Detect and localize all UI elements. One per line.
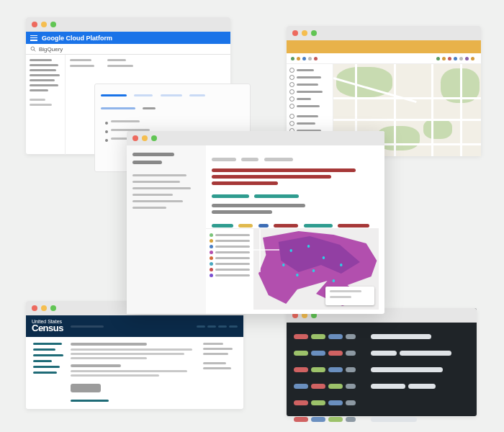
- text-line: [203, 353, 228, 355]
- pill[interactable]: [101, 107, 135, 109]
- tool-dot[interactable]: [436, 57, 440, 60]
- legend-item[interactable]: [210, 239, 250, 243]
- tool-dot[interactable]: [442, 57, 446, 60]
- census-logo[interactable]: United States Census: [32, 320, 63, 333]
- tag[interactable]: [274, 224, 298, 228]
- gcp-title: Google Cloud Platform: [42, 35, 112, 42]
- sidebar-item[interactable]: [30, 89, 48, 91]
- tag[interactable]: [338, 224, 369, 228]
- menu-icon[interactable]: [30, 35, 37, 41]
- link-line[interactable]: [33, 366, 60, 368]
- census-nav: [194, 325, 238, 328]
- legend-item[interactable]: [210, 245, 250, 248]
- close-icon[interactable]: [132, 135, 138, 141]
- close-icon[interactable]: [32, 305, 37, 311]
- tag[interactable]: [238, 224, 253, 228]
- link-line[interactable]: [33, 360, 52, 362]
- text-line: [107, 65, 133, 67]
- tool-dot[interactable]: [314, 57, 318, 60]
- nav-item[interactable]: [218, 325, 227, 328]
- pill-active[interactable]: [101, 94, 127, 96]
- tool-dot[interactable]: [454, 57, 457, 60]
- sidebar-item[interactable]: [30, 59, 52, 61]
- legend-item[interactable]: [210, 256, 250, 260]
- legend-item[interactable]: [210, 233, 250, 237]
- button[interactable]: [71, 384, 101, 392]
- meta-line: [212, 158, 236, 161]
- census-search[interactable]: [71, 325, 104, 328]
- svg-point-4: [323, 256, 325, 259]
- link-line[interactable]: [33, 372, 57, 374]
- nav-item[interactable]: [197, 325, 205, 328]
- svg-point-0: [31, 47, 35, 50]
- terminal-body[interactable]: [287, 323, 477, 432]
- tool-dot[interactable]: [471, 57, 474, 60]
- sidebar-item[interactable]: [30, 79, 55, 81]
- census-logo-big: Census: [32, 324, 63, 333]
- link-line[interactable]: [33, 348, 55, 351]
- tool-dot[interactable]: [459, 57, 463, 60]
- notebook-window: [127, 131, 384, 314]
- code-block[interactable]: [212, 168, 379, 214]
- tool-dot[interactable]: [297, 57, 300, 60]
- pill[interactable]: [161, 94, 182, 96]
- tool-dot[interactable]: [302, 57, 306, 60]
- text-line: [107, 59, 126, 61]
- link-line[interactable]: [71, 400, 109, 402]
- legend-item[interactable]: [210, 262, 250, 266]
- gcp-search-bar[interactable]: BigQuery: [26, 44, 230, 55]
- gcp-header: Google Cloud Platform: [26, 32, 230, 44]
- tag[interactable]: [212, 224, 233, 228]
- text-line: [70, 59, 91, 61]
- census-right-col: [203, 343, 236, 415]
- nav-item[interactable]: [207, 325, 216, 328]
- gcp-sidebar: [26, 55, 66, 155]
- sidebar-item[interactable]: [30, 69, 56, 71]
- text-line: [71, 353, 184, 355]
- viz-legend: [206, 229, 253, 310]
- minimize-icon[interactable]: [41, 22, 47, 27]
- sidebar-item[interactable]: [30, 84, 58, 86]
- tool-dot[interactable]: [308, 57, 312, 60]
- close-icon[interactable]: [292, 30, 298, 36]
- tag[interactable]: [258, 224, 269, 228]
- link-line[interactable]: [33, 343, 62, 345]
- notebook-main: [206, 145, 384, 314]
- minimize-icon[interactable]: [142, 135, 148, 141]
- nav-item[interactable]: [229, 325, 238, 328]
- legend-item[interactable]: [210, 268, 250, 271]
- code-token: [254, 194, 299, 198]
- sidebar-item[interactable]: [30, 104, 52, 106]
- code-line: [212, 210, 272, 214]
- census-main-col: [71, 343, 197, 415]
- pill[interactable]: [134, 94, 153, 96]
- pill[interactable]: [189, 94, 205, 96]
- heading-line: [132, 161, 162, 164]
- maximize-icon[interactable]: [50, 305, 56, 311]
- maximize-icon[interactable]: [50, 22, 56, 27]
- tag[interactable]: [304, 224, 333, 228]
- tool-dot[interactable]: [465, 57, 469, 60]
- close-icon[interactable]: [32, 22, 37, 27]
- tool-dot[interactable]: [291, 57, 294, 60]
- minimize-icon[interactable]: [41, 305, 47, 311]
- terminal-window: [287, 308, 477, 416]
- maximize-icon[interactable]: [311, 30, 317, 36]
- pill[interactable]: [143, 107, 156, 109]
- list-item[interactable]: [111, 120, 140, 122]
- sidebar-item[interactable]: [30, 99, 45, 101]
- search-icon: [30, 46, 36, 52]
- svg-point-3: [307, 245, 310, 248]
- tool-dot[interactable]: [448, 57, 451, 60]
- legend-item[interactable]: [210, 274, 250, 277]
- legend-item[interactable]: [210, 251, 250, 254]
- sidebar-item[interactable]: [30, 64, 58, 66]
- minimize-icon[interactable]: [302, 30, 307, 36]
- notebook-visualization: [206, 228, 379, 310]
- sidebar-item[interactable]: [30, 74, 60, 76]
- code-token: [212, 194, 249, 198]
- viz-map[interactable]: [253, 229, 379, 310]
- heading-line: [132, 153, 174, 156]
- link-line[interactable]: [33, 354, 63, 356]
- maximize-icon[interactable]: [151, 135, 157, 141]
